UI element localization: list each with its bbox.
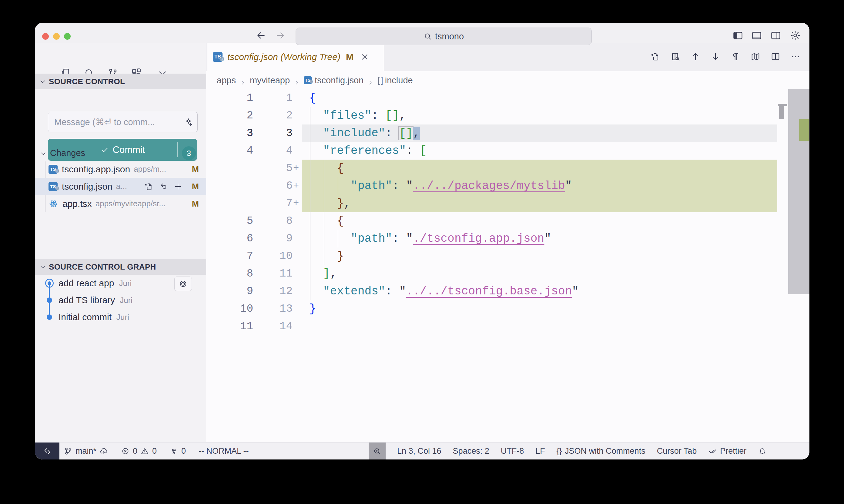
code-line-1[interactable]: 11{ bbox=[206, 89, 809, 107]
vim-mode: -- NORMAL -- bbox=[199, 447, 248, 456]
code-line-7[interactable]: 7+ }, bbox=[206, 195, 809, 212]
publish-cloud-icon bbox=[100, 447, 108, 455]
zoom-indicator[interactable] bbox=[369, 443, 385, 460]
change-row-tsconfig.json[interactable]: TS⚙tsconfig.jsona...M bbox=[35, 178, 206, 195]
vertical-scrollbar[interactable] bbox=[788, 89, 809, 442]
breadcrumb-item-apps[interactable]: apps bbox=[217, 75, 236, 85]
more-actions-button[interactable] bbox=[791, 52, 800, 61]
eol[interactable]: LF bbox=[535, 447, 545, 456]
change-row-app.tsx[interactable]: app.tsxapps/myviteapp/sr...M bbox=[35, 195, 206, 212]
changes-label: Changes bbox=[50, 148, 85, 158]
code-line-14[interactable]: 1114 bbox=[206, 318, 809, 335]
commit-row[interactable]: add react appJuri bbox=[35, 275, 206, 292]
old-line-number: 5 bbox=[206, 212, 253, 230]
indentation[interactable]: Spaces: 2 bbox=[453, 447, 489, 456]
commit-row[interactable]: Initial commitJuri bbox=[35, 309, 206, 326]
tsconfig-file-icon: TS⚙ bbox=[49, 165, 57, 174]
code-line-5[interactable]: 5+ { bbox=[206, 160, 809, 177]
change-row-tsconfig.app.json[interactable]: TS⚙tsconfig.app.jsonapps/m...M bbox=[35, 161, 206, 178]
modified-badge: M bbox=[192, 164, 199, 174]
notifications-bell-icon[interactable] bbox=[758, 447, 767, 455]
code-line-11[interactable]: 811 ], bbox=[206, 265, 809, 283]
status-group[interactable]: main* bbox=[64, 447, 108, 456]
code-line-10[interactable]: 710 } bbox=[206, 248, 809, 265]
code-line-6[interactable]: 6+ "path": "../../packages/mytslib" bbox=[206, 177, 809, 195]
zoom-indicator-icon bbox=[373, 447, 382, 456]
commit-message: add TS library bbox=[58, 295, 115, 305]
file-path: apps/myviteapp/sr... bbox=[96, 199, 166, 209]
eol-label: LF bbox=[535, 447, 545, 456]
remote-indicator[interactable] bbox=[35, 443, 59, 460]
breadcrumb-item-myviteapp[interactable]: myviteapp bbox=[250, 75, 290, 85]
encoding[interactable]: UTF-8 bbox=[501, 447, 524, 456]
layout-panel-icon[interactable] bbox=[751, 30, 762, 41]
whitespace-toggle-icon[interactable] bbox=[730, 52, 740, 61]
discard-changes-icon[interactable] bbox=[159, 182, 168, 191]
old-line-number: 11 bbox=[206, 318, 253, 335]
line-content: "path": "./tsconfig.app.json" bbox=[309, 230, 551, 248]
cursor-tab[interactable]: Cursor Tab bbox=[657, 447, 697, 456]
sidebar: SOURCE CONTROL Message (⌘⏎ to comm... Co… bbox=[35, 43, 206, 442]
commit-dot-icon bbox=[45, 296, 54, 304]
file-name: tsconfig.json bbox=[62, 181, 113, 192]
stage-changes-icon[interactable] bbox=[173, 182, 183, 191]
layout-sidebar-right-icon[interactable] bbox=[770, 30, 781, 41]
changes-section-header[interactable]: Changes bbox=[35, 145, 206, 161]
minimize-window-button[interactable] bbox=[53, 33, 60, 40]
close-window-button[interactable] bbox=[42, 33, 49, 40]
minimap[interactable] bbox=[777, 89, 788, 442]
source-control-header-label: SOURCE CONTROL bbox=[49, 77, 125, 86]
next-change-button[interactable] bbox=[711, 52, 720, 61]
status-group[interactable]: -- NORMAL -- bbox=[199, 447, 248, 456]
code-line-9[interactable]: 69 "path": "./tsconfig.app.json" bbox=[206, 230, 809, 248]
commit-dot-icon bbox=[45, 313, 54, 321]
tab-close-icon[interactable] bbox=[360, 52, 369, 61]
code-line-8[interactable]: 58 { bbox=[206, 212, 809, 230]
indent-guide bbox=[324, 160, 324, 265]
code-line-3[interactable]: 33 "include": [], bbox=[206, 125, 809, 142]
line-content: "files": [], bbox=[309, 107, 406, 125]
split-editor-button[interactable] bbox=[771, 52, 780, 61]
code-line-2[interactable]: 22 "files": [], bbox=[206, 107, 809, 125]
map-icon[interactable] bbox=[751, 52, 760, 61]
maximize-window-button[interactable] bbox=[64, 33, 71, 40]
code-line-13[interactable]: 1013} bbox=[206, 300, 809, 318]
formatter[interactable]: Prettier bbox=[708, 447, 746, 456]
sparkle-icon[interactable] bbox=[184, 117, 193, 127]
breadcrumb-item-include[interactable]: include bbox=[385, 75, 413, 85]
warnings-count: 0 bbox=[152, 447, 157, 456]
indent-guide bbox=[338, 230, 338, 248]
compare-editor-icon[interactable] bbox=[671, 52, 680, 61]
new-line-number: 8 bbox=[255, 212, 293, 230]
cursor-position[interactable]: Ln 3, Col 16 bbox=[397, 447, 442, 456]
chevron-down-icon bbox=[39, 78, 46, 85]
status-group[interactable]: 00 bbox=[121, 447, 157, 456]
language-mode[interactable]: {}JSON with Comments bbox=[556, 447, 645, 456]
chevron-down-icon bbox=[39, 263, 46, 270]
file-name: tsconfig.app.json bbox=[62, 164, 130, 175]
command-center-search[interactable]: tsmono bbox=[296, 28, 592, 45]
tsconfig-file-icon: TS⚙ bbox=[304, 76, 312, 84]
open-changes-file-icon[interactable] bbox=[651, 52, 660, 61]
commit-message-input[interactable]: Message (⌘⏎ to comm... bbox=[48, 112, 198, 132]
diff-editor[interactable]: 11{22 "files": [],33 "include": [],44 "r… bbox=[206, 89, 809, 442]
cursor-tab-label: Cursor Tab bbox=[657, 447, 697, 456]
checkout-target-button[interactable] bbox=[174, 276, 192, 291]
forward-button[interactable] bbox=[275, 30, 286, 41]
source-control-graph-header[interactable]: SOURCE CONTROL GRAPH bbox=[35, 259, 206, 275]
tab-tsconfig-working-tree[interactable]: TS⚙ tsconfig.json (Working Tree) M bbox=[207, 43, 384, 71]
open-file-icon[interactable] bbox=[144, 182, 153, 191]
settings-gear-icon[interactable] bbox=[790, 30, 800, 41]
head-commit-icon bbox=[45, 279, 54, 287]
formatter-icon bbox=[708, 447, 717, 455]
layout-sidebar-left-icon[interactable] bbox=[733, 30, 743, 41]
back-button[interactable] bbox=[256, 30, 266, 41]
previous-change-button[interactable] bbox=[691, 52, 700, 61]
language-mode-label: JSON with Comments bbox=[565, 447, 645, 456]
breadcrumb-item-tsconfig.json[interactable]: tsconfig.json bbox=[315, 75, 363, 85]
code-line-12[interactable]: 912 "extends": "../../tsconfig.base.json… bbox=[206, 283, 809, 300]
code-line-4[interactable]: 44 "references": [ bbox=[206, 142, 809, 160]
commit-row[interactable]: add TS libraryJuri bbox=[35, 292, 206, 309]
source-control-header[interactable]: SOURCE CONTROL bbox=[35, 74, 206, 89]
status-group[interactable]: 0 bbox=[170, 447, 186, 456]
